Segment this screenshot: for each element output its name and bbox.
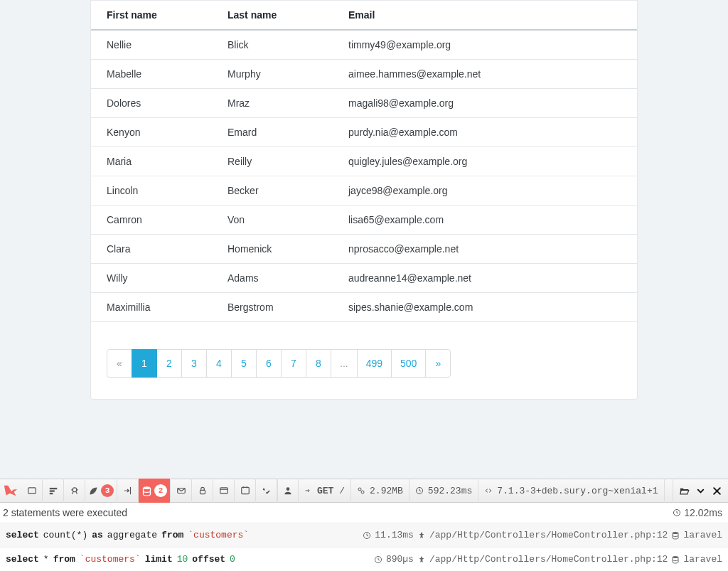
clock-icon xyxy=(363,531,371,540)
cell-last: Becker xyxy=(212,176,333,206)
cell-first: Clara xyxy=(91,235,212,264)
svg-point-19 xyxy=(361,491,364,493)
page-5[interactable]: 5 xyxy=(231,349,257,378)
page-1[interactable]: 1 xyxy=(132,349,157,378)
query-sql: selectcount(*)asaggregatefrom`customers` xyxy=(6,530,249,540)
cell-first: Mabelle xyxy=(91,60,212,89)
svg-point-18 xyxy=(358,488,361,491)
svg-rect-12 xyxy=(220,488,228,493)
page-6[interactable]: 6 xyxy=(256,349,282,378)
views-badge: 3 xyxy=(101,484,114,497)
duration-value: 592.23ms xyxy=(428,486,472,496)
tab-exceptions-icon[interactable] xyxy=(64,479,85,503)
request-duration[interactable]: 592.23ms xyxy=(410,479,478,503)
cell-first: Willy xyxy=(91,264,212,293)
tab-request-icon[interactable] xyxy=(256,479,277,503)
cell-last: Homenick xyxy=(212,235,333,264)
laravel-logo-icon[interactable] xyxy=(0,479,21,503)
cell-last: Bergstrom xyxy=(212,293,333,322)
tab-auth-icon[interactable] xyxy=(192,479,213,503)
cell-email: quigley.jules@example.org xyxy=(333,147,637,176)
page-next[interactable]: » xyxy=(425,349,451,378)
memory-usage[interactable]: 2.92MB xyxy=(351,479,410,503)
svg-point-25 xyxy=(673,556,678,558)
cell-email: audreanne14@example.net xyxy=(333,264,637,293)
page-7[interactable]: 7 xyxy=(281,349,306,378)
close-icon[interactable] xyxy=(712,486,722,496)
tab-route-icon[interactable] xyxy=(117,479,139,503)
tab-gate-icon[interactable] xyxy=(213,479,235,503)
page-3[interactable]: 3 xyxy=(181,349,207,378)
table-row: KenyonEmardpurdy.nia@example.com xyxy=(91,118,637,147)
col-last-name: Last name xyxy=(212,1,333,30)
svg-line-6 xyxy=(75,491,77,494)
cell-first: Nellie xyxy=(91,30,212,60)
pin-icon xyxy=(417,531,426,540)
customers-table: First name Last name Email NellieBlickti… xyxy=(91,1,637,322)
share-icon xyxy=(304,486,313,495)
tab-mails-icon[interactable] xyxy=(171,479,192,503)
folder-open-icon[interactable] xyxy=(679,486,690,496)
query-row[interactable]: select*from`customers`limit10offset0890µ… xyxy=(0,547,728,571)
table-row: ClaraHomenicknprosacco@example.net xyxy=(91,235,637,264)
col-email: Email xyxy=(333,1,637,30)
svg-rect-11 xyxy=(200,490,205,493)
svg-rect-2 xyxy=(49,490,54,491)
table-row: DoloresMrazmagali98@example.org xyxy=(91,89,637,118)
query-db: laravel xyxy=(683,554,722,565)
tab-views[interactable]: 3 xyxy=(85,479,117,503)
col-first-name: First name xyxy=(91,1,212,30)
cell-email: jayce98@example.org xyxy=(333,176,637,206)
clock-icon xyxy=(374,555,382,564)
page-4[interactable]: 4 xyxy=(206,349,232,378)
cell-first: Kenyon xyxy=(91,118,212,147)
svg-point-4 xyxy=(73,488,77,492)
request-method[interactable]: GET / xyxy=(299,479,351,503)
cell-first: Dolores xyxy=(91,89,212,118)
query-time: 11.13ms xyxy=(375,530,414,540)
tab-session-icon[interactable] xyxy=(235,479,256,503)
query-meta: 890µs/app/Http/Controllers/HomeControlle… xyxy=(374,554,722,565)
database-icon xyxy=(671,531,680,540)
tab-queries[interactable]: 2 xyxy=(139,479,171,503)
query-row[interactable]: selectcount(*)asaggregatefrom`customers`… xyxy=(0,523,728,547)
pagination: « 12345678...499500» xyxy=(91,322,637,378)
page-8[interactable]: 8 xyxy=(306,349,331,378)
query-db: laravel xyxy=(683,530,722,540)
table-row: CamronVonlisa65@example.com xyxy=(91,206,637,235)
cell-email: sipes.shanie@example.com xyxy=(333,293,637,322)
cogs-icon xyxy=(357,486,365,495)
cell-last: Murphy xyxy=(212,60,333,89)
tab-messages-icon[interactable] xyxy=(21,479,43,503)
pin-icon xyxy=(417,555,426,564)
page-ellipsis: ... xyxy=(331,349,358,378)
tab-timeline-icon[interactable] xyxy=(43,479,64,503)
cell-email: lisa65@example.com xyxy=(333,206,637,235)
svg-rect-3 xyxy=(49,493,53,494)
collapse-icon[interactable] xyxy=(695,486,706,496)
cell-first: Maria xyxy=(91,147,212,176)
page-prev[interactable]: « xyxy=(107,349,132,378)
table-row: LincolnBeckerjayce98@example.org xyxy=(91,176,637,206)
cell-email: timmy49@example.org xyxy=(333,30,637,60)
table-row: MaximilliaBergstromsipes.shanie@example.… xyxy=(91,293,637,322)
php-version[interactable]: 7.1.3-3+deb.sury.org~xenial+1 xyxy=(478,479,664,503)
table-row: NellieBlicktimmy49@example.org xyxy=(91,30,637,60)
clock-icon xyxy=(673,508,681,517)
tab-user-icon[interactable] xyxy=(277,479,299,503)
cell-first: Maximillia xyxy=(91,293,212,322)
cell-email: magali98@example.org xyxy=(333,89,637,118)
query-file: /app/Http/Controllers/HomeController.php… xyxy=(429,530,668,540)
cell-first: Camron xyxy=(91,206,212,235)
page-2[interactable]: 2 xyxy=(156,349,182,378)
cell-last: Emard xyxy=(212,118,333,147)
page-500[interactable]: 500 xyxy=(391,349,426,378)
page-499[interactable]: 499 xyxy=(357,349,392,378)
leaf-icon xyxy=(88,486,99,496)
code-icon xyxy=(484,486,493,495)
debugbar-header: 3 2 xyxy=(0,479,728,503)
svg-rect-1 xyxy=(49,488,57,489)
cell-last: Adams xyxy=(212,264,333,293)
svg-point-23 xyxy=(673,532,678,534)
query-meta: 11.13ms/app/Http/Controllers/HomeControl… xyxy=(363,530,722,540)
